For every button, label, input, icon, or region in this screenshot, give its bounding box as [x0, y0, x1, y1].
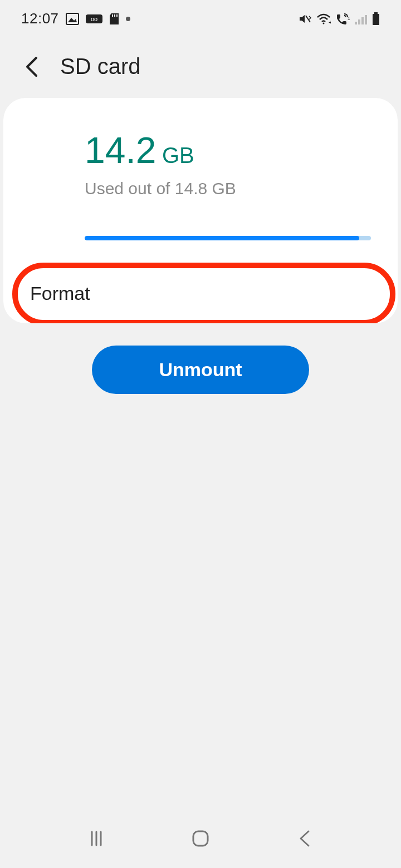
sd-card-icon — [109, 13, 119, 25]
used-value: 14.2 — [85, 130, 156, 171]
svg-rect-13 — [361, 17, 364, 24]
system-nav-bar — [0, 823, 401, 868]
chevron-left-icon — [297, 829, 312, 848]
svg-rect-20 — [193, 831, 208, 846]
used-amount-line: 14.2 GB — [85, 129, 371, 171]
status-right: + 1 — [299, 12, 380, 26]
battery-icon — [372, 12, 380, 26]
page-header: SD card — [0, 33, 401, 98]
wifi-calling-icon: 1 — [335, 13, 350, 25]
storage-section: 14.2 GB Used out of 14.8 GB — [3, 98, 398, 218]
svg-rect-6 — [116, 14, 118, 17]
home-icon — [190, 828, 211, 849]
svg-rect-11 — [355, 22, 357, 24]
unmount-button[interactable]: Unmount — [92, 346, 309, 394]
storage-progress — [85, 236, 371, 240]
status-bar: 12:07 oo + 1 — [0, 0, 401, 33]
svg-text:+: + — [329, 19, 331, 25]
svg-rect-12 — [358, 19, 360, 24]
storage-progress-fill — [85, 236, 359, 240]
used-unit: GB — [162, 143, 194, 167]
more-notifications-dot — [126, 17, 130, 21]
svg-rect-16 — [373, 14, 379, 25]
svg-rect-5 — [114, 14, 115, 17]
svg-rect-15 — [374, 12, 378, 14]
svg-rect-4 — [112, 14, 113, 17]
chevron-left-icon — [24, 56, 38, 78]
mute-vibrate-icon — [299, 13, 312, 25]
svg-marker-1 — [68, 18, 77, 22]
page-title: SD card — [60, 54, 141, 79]
back-nav-button[interactable] — [293, 827, 316, 850]
recents-icon — [87, 830, 105, 847]
svg-text:oo: oo — [90, 16, 97, 22]
image-icon — [66, 13, 79, 25]
format-row[interactable]: Format — [3, 266, 398, 323]
home-button[interactable] — [189, 827, 212, 850]
status-left: 12:07 oo — [21, 10, 130, 27]
unmount-container: Unmount — [0, 323, 401, 400]
wifi-icon: + — [316, 13, 331, 25]
back-button[interactable] — [21, 57, 41, 77]
format-label: Format — [30, 283, 371, 304]
used-subtitle: Used out of 14.8 GB — [85, 179, 371, 198]
svg-text:1: 1 — [348, 16, 350, 21]
vpn-icon: oo — [86, 13, 102, 25]
storage-card: 14.2 GB Used out of 14.8 GB Format — [3, 98, 398, 323]
status-time: 12:07 — [21, 10, 59, 27]
signal-icon — [354, 13, 368, 25]
svg-rect-14 — [365, 15, 367, 24]
svg-point-8 — [323, 22, 325, 24]
recents-button[interactable] — [85, 827, 108, 850]
